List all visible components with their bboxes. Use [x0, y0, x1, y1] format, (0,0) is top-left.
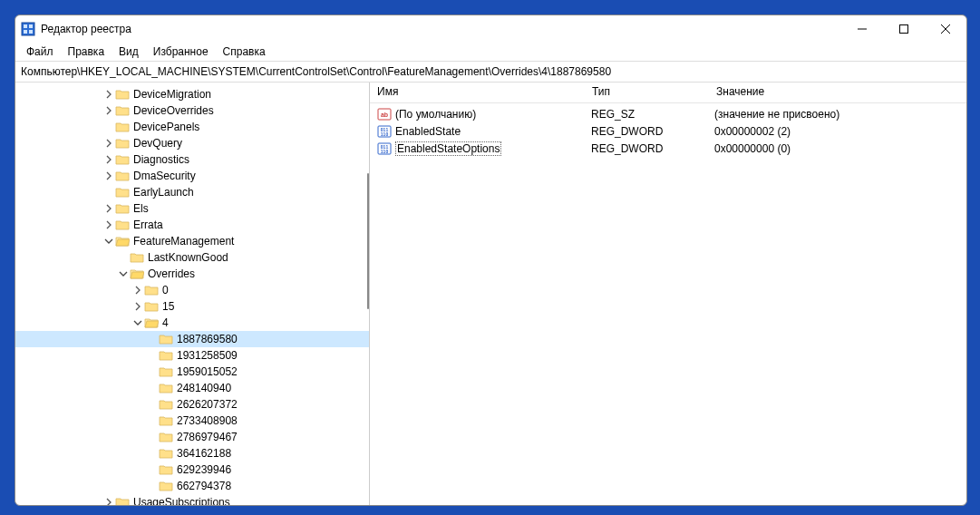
value-row[interactable]: ab(По умолчанию)REG_SZ(значение не присв…: [370, 105, 966, 122]
tree-item[interactable]: Els: [15, 200, 369, 217]
tree-item[interactable]: DeviceMigration: [15, 86, 369, 102]
chevron-right-icon[interactable]: [102, 496, 115, 505]
tree-item-label: FeatureManagement: [133, 235, 234, 248]
tree-item[interactable]: DevQuery: [15, 135, 369, 151]
tree-item[interactable]: 2786979467: [15, 429, 369, 445]
folder-icon: [159, 332, 173, 346]
folder-icon: [159, 446, 173, 461]
folder-icon: [115, 495, 130, 505]
folder-icon: [144, 299, 159, 314]
registry-editor-window: Редактор реестра Файл Правка Вид Избранн…: [15, 15, 967, 506]
window-title: Редактор реестра: [41, 23, 131, 35]
tree-item[interactable]: Diagnostics: [15, 151, 369, 168]
tree-item-label: DmaSecurity: [133, 170, 196, 182]
tree-item[interactable]: UsageSubscriptions: [15, 494, 369, 505]
tree-item-label: 1931258509: [177, 349, 238, 362]
value-row[interactable]: 011110EnabledStateREG_DWORD0x00000002 (2…: [370, 122, 966, 140]
tree-item-label: 364162188: [177, 447, 231, 460]
column-headers[interactable]: Имя Тип Значение: [370, 83, 966, 103]
tree-item-label: 662794378: [177, 480, 231, 492]
column-type[interactable]: Тип: [585, 83, 709, 102]
folder-icon: [159, 430, 173, 444]
chevron-right-icon[interactable]: [102, 104, 115, 117]
titlebar[interactable]: Редактор реестра: [15, 15, 966, 43]
tree-item-label: 629239946: [177, 463, 231, 476]
folder-icon: [115, 87, 130, 102]
tree-item-label: DeviceMigration: [133, 88, 211, 101]
menu-help[interactable]: Справка: [216, 44, 273, 60]
tree-item[interactable]: 2733408908: [15, 413, 369, 429]
chevron-right-icon[interactable]: [102, 153, 115, 166]
value-type: REG_SZ: [584, 108, 707, 121]
tree-item[interactable]: 629239946: [15, 462, 369, 478]
tree-item-label: 2733408908: [177, 414, 238, 427]
close-button[interactable]: [925, 15, 966, 43]
chevron-right-icon[interactable]: [102, 88, 115, 101]
tree-item[interactable]: 1887869580: [15, 331, 369, 347]
folder-icon: [159, 381, 173, 395]
chevron-right-icon[interactable]: [102, 202, 115, 215]
menu-favorites[interactable]: Избранное: [146, 44, 216, 60]
tree-item[interactable]: 4: [15, 315, 369, 331]
tree-item[interactable]: DmaSecurity: [15, 168, 369, 184]
folder-icon: [159, 348, 173, 363]
folder-icon: [115, 103, 130, 118]
folder-icon: [130, 250, 144, 265]
chevron-right-icon[interactable]: [102, 219, 115, 231]
tree-item-label: 15: [162, 300, 174, 313]
chevron-right-icon[interactable]: [102, 170, 115, 182]
chevron-right-icon[interactable]: [131, 284, 144, 296]
svg-rect-2: [29, 24, 33, 28]
tree-item[interactable]: 0: [15, 282, 369, 298]
menu-edit[interactable]: Правка: [61, 44, 112, 60]
chevron-down-icon[interactable]: [102, 235, 115, 248]
value-row[interactable]: 011110EnabledStateOptionsREG_DWORD0x0000…: [370, 140, 966, 157]
tree-pane[interactable]: DeviceMigrationDeviceOverridesDevicePane…: [15, 83, 370, 505]
chevron-down-icon[interactable]: [117, 267, 130, 280]
value-data: 0x00000002 (2): [707, 125, 966, 138]
tree-item-label: Diagnostics: [133, 153, 189, 166]
tree-item[interactable]: FeatureManagement: [15, 233, 369, 249]
chevron-right-icon[interactable]: [131, 300, 144, 313]
folder-icon: [115, 136, 130, 151]
tree-item[interactable]: 2626207372: [15, 396, 369, 413]
tree-item[interactable]: 1959015052: [15, 364, 369, 380]
tree-item-label: LastKnownGood: [148, 251, 228, 264]
chevron-right-icon[interactable]: [102, 137, 115, 150]
value-name: EnabledState: [395, 125, 461, 138]
tree-item[interactable]: 1931258509: [15, 347, 369, 364]
tree-item[interactable]: 662794378: [15, 478, 369, 494]
tree-item[interactable]: EarlyLaunch: [15, 184, 369, 200]
column-value[interactable]: Значение: [709, 83, 966, 102]
chevron-down-icon[interactable]: [131, 316, 144, 329]
folder-icon: [159, 364, 173, 379]
dword-value-icon: 011110: [377, 141, 392, 156]
scrollbar-handle[interactable]: [367, 173, 369, 309]
folder-icon: [130, 267, 144, 281]
menu-file[interactable]: Файл: [19, 44, 61, 60]
minimize-button[interactable]: [841, 15, 883, 43]
tree-item[interactable]: 364162188: [15, 445, 369, 462]
folder-icon: [159, 479, 173, 493]
tree-item[interactable]: DevicePanels: [15, 119, 369, 135]
menu-view[interactable]: Вид: [112, 44, 146, 60]
address-bar[interactable]: Компьютер\HKEY_LOCAL_MACHINE\SYSTEM\Curr…: [15, 61, 966, 83]
tree-item[interactable]: LastKnownGood: [15, 249, 369, 266]
folder-icon: [115, 120, 130, 134]
values-list: ab(По умолчанию)REG_SZ(значение не присв…: [370, 103, 966, 157]
svg-rect-6: [900, 25, 908, 34]
values-pane[interactable]: Имя Тип Значение ab(По умолчанию)REG_SZ(…: [370, 83, 966, 505]
tree-item[interactable]: 248140940: [15, 380, 369, 396]
tree-item[interactable]: Overrides: [15, 266, 369, 282]
tree-item-label: UsageSubscriptions: [133, 496, 230, 505]
maximize-button[interactable]: [883, 15, 925, 43]
folder-icon: [144, 283, 159, 297]
value-data: (значение не присвоено): [707, 108, 966, 121]
tree-item[interactable]: 15: [15, 298, 369, 315]
column-name[interactable]: Имя: [370, 83, 585, 102]
folder-icon: [115, 152, 130, 167]
tree-item[interactable]: Errata: [15, 217, 369, 233]
value-name: (По умолчанию): [395, 108, 476, 121]
tree-item[interactable]: DeviceOverrides: [15, 102, 369, 119]
tree-item-label: 0: [162, 284, 169, 296]
